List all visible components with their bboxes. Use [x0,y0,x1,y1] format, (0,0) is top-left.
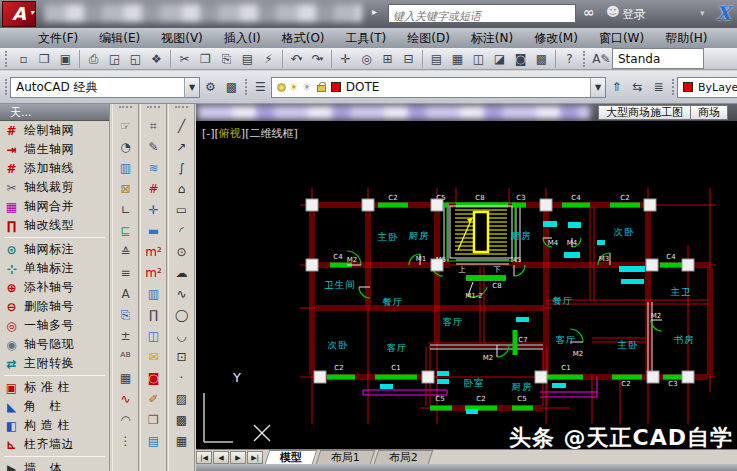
polyline-icon[interactable]: ∫ [171,157,193,178]
double-wall-icon[interactable]: ▥ [143,283,165,304]
palette-item-wall-to-axis[interactable]: ⇥墙生轴网 [0,140,109,159]
menu-item-9[interactable]: 修改(M) [534,30,578,47]
help-search-box[interactable] [388,4,576,23]
make-layer-current-icon[interactable]: ⇑ [606,77,627,97]
toolbar-grip[interactable] [175,106,188,113]
paste-block-icon[interactable]: ▤ [237,49,258,69]
palette-item-add-axis-number[interactable]: ⊕添补轴号 [0,278,109,297]
palette-item-construction-column[interactable]: ◧构 造 柱 [0,416,109,435]
chevron-down-icon[interactable]: ▼ [184,78,199,97]
new-file-icon[interactable]: ▫ [13,49,34,69]
wave-line-icon[interactable]: ∿ [115,388,137,409]
zoom-detail-icon[interactable]: ◔ [115,136,137,157]
dialog-window-icon[interactable]: ▤ [143,430,165,451]
copy-icon[interactable]: ❐ [195,49,216,69]
page-setup-icon[interactable]: ◱ [125,49,146,69]
menu-item-2[interactable]: 编辑(E) [99,30,140,47]
column-layout-icon[interactable]: ▥ [115,157,137,178]
toolbar-flyout-icon[interactable]: ▸ [372,6,377,17]
more-tools-icon[interactable]: ⋮ [115,430,137,451]
match-properties-icon[interactable]: ⚡ [258,49,279,69]
palette-item-align-column-wall[interactable]: ⊾柱齐墙边 [0,435,109,454]
layer-on-bulb-icon[interactable] [277,83,286,92]
layout-nav-button-2[interactable]: ◀ [213,451,229,464]
menu-item-10[interactable]: 窗口(W) [599,30,644,47]
redo-icon[interactable]: ↷▾ [307,49,328,69]
auto-axis-icon[interactable]: ⌗ [143,115,165,136]
layout-nav-button-1[interactable]: |◀ [196,451,212,464]
revision-cloud-icon[interactable]: ☁ [171,262,193,283]
layer-stack-icon[interactable]: ≋ [143,157,165,178]
axis-leader-icon[interactable]: ∟ [115,199,137,220]
slope-mark-icon[interactable]: ≙ [115,241,137,262]
menu-item-8[interactable]: 标注(N) [471,30,513,47]
layout-nav-button-4[interactable]: ▶| [247,451,263,464]
clip-box-icon[interactable]: ⊠ [115,178,137,199]
axis-grid-icon[interactable]: # [143,178,165,199]
palette-item-corner-column[interactable]: ◣角 柱 [0,397,109,416]
area-m2-icon[interactable]: m² [143,241,165,262]
properties-icon[interactable]: ▤ [426,49,447,69]
rectangle-icon[interactable]: ▭ [171,199,193,220]
doc-tab-mall[interactable]: 商场 [690,105,728,120]
palette-item-axis-number-visibility[interactable]: ◉轴号隐现 [0,335,109,354]
palette-item-delete-axis-number[interactable]: ⊖删除轴号 [0,297,109,316]
color-combo[interactable]: ByLayer [677,77,737,98]
menu-item-1[interactable]: 文件(F) [38,30,78,47]
mail-send-icon[interactable]: ✉ [143,346,165,367]
zoom-window-icon[interactable]: ⊞ [377,49,398,69]
toolbar-grip[interactable] [119,106,132,113]
palette-item-add-axis-line[interactable]: #添加轴线 [0,159,109,178]
book-pages-icon[interactable]: ❐ [143,409,165,430]
palette-item-primary-secondary-swap[interactable]: ⇄主附转换 [0,354,109,373]
undo-icon[interactable]: ↶▾ [286,49,307,69]
zoom-previous-icon[interactable]: ⊟ [398,49,419,69]
sheet-set-icon[interactable]: ◫ [468,49,489,69]
help-icon[interactable]: ? [559,49,580,69]
elevation-mark-icon[interactable]: ± [115,325,137,346]
menu-item-4[interactable]: 插入(I) [224,30,261,47]
menu-item-5[interactable]: 格式(O) [282,30,325,47]
zoom-realtime-icon[interactable]: ◎ [356,49,377,69]
plot-icon[interactable]: ⎙ [83,49,104,69]
tab-模型[interactable]: 模型 [265,450,318,464]
palette-item-axis-linetype[interactable]: ∏轴改线型 [0,216,109,235]
search-binoculars-icon[interactable]: ∞ [583,4,595,20]
save-icon[interactable]: ▣ [55,49,76,69]
multiline-icon[interactable]: ≡ [115,262,137,283]
drawing-area[interactable]: 大型商场施工图 商场 [-][俯视][二维线框] C2C5C8C3C4C2C4C… [196,104,737,471]
region-icon[interactable]: ▦ [171,430,193,451]
toolbar-grip[interactable] [672,79,674,95]
layer-states-icon[interactable]: ≣ [648,77,669,97]
table-tool-icon[interactable]: ▦ [115,367,137,388]
construction-line-icon[interactable]: ↗ [171,136,193,157]
autocad-logo-button[interactable]: A▾ [2,1,36,27]
palette-item-draw-axis-grid[interactable]: #绘制轴网 [0,121,109,140]
layer-combo[interactable]: ☀ ☀ DOTE ▼ [271,77,606,98]
tab-布局1[interactable]: 布局1 [316,450,376,464]
text-style-icon[interactable]: A✎ [591,49,612,69]
text-tool-icon[interactable]: A [115,283,137,304]
publish-icon[interactable]: ❖ [146,49,167,69]
markup-icon[interactable]: ◪ [489,49,510,69]
level-mark-icon[interactable]: ⊑ [115,220,137,241]
brush-tool-icon[interactable]: ✐ [143,388,165,409]
ellipse-arc-icon[interactable]: ◡ [171,325,193,346]
palette-item-axis-grid-dimension[interactable]: ⊙轴网标注 [0,240,109,259]
chevron-down-icon[interactable]: ▼ [590,78,605,97]
workspace-settings-icon[interactable]: ⚙ [200,77,221,97]
sketch-edit-icon[interactable]: ✎ [143,136,165,157]
plot-preview-icon[interactable]: ◲ [104,49,125,69]
tab-布局2[interactable]: 布局2 [374,450,434,464]
door-opening-icon[interactable]: ∏ [143,304,165,325]
tool-palettes-icon[interactable]: ▦ [447,49,468,69]
workspace-save-icon[interactable]: ▩ [221,77,242,97]
line-icon[interactable]: ╱ [171,115,193,136]
column-cross-icon[interactable]: ✛ [143,199,165,220]
insert-block-icon[interactable]: ⊡ [171,346,193,367]
gradient-icon[interactable]: ▩ [171,409,193,430]
arc-icon[interactable]: ◜ [171,220,193,241]
search-input[interactable] [389,8,575,25]
toolbar-grip[interactable] [5,51,10,67]
model-canvas[interactable]: [-][俯视][二维线框] C2C5C8C3C4C2C4C4C8C2C1C1C2… [196,121,737,449]
